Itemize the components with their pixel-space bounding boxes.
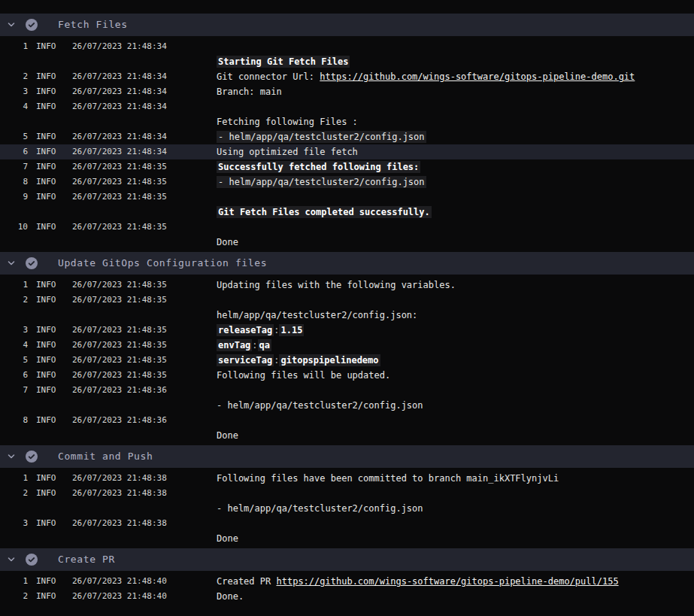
log-text: gitopspipelinedemo — [279, 354, 380, 366]
log-timestamp: 26/07/2023 21:48:38 — [64, 471, 217, 486]
log-line[interactable]: 3INFO26/07/2023 21:48:35releaseTag:1.15 — [0, 323, 694, 338]
log-text: Done — [217, 430, 238, 441]
success-check-icon — [26, 554, 38, 566]
log-level: INFO — [28, 99, 64, 114]
success-check-icon — [26, 451, 38, 463]
section-header-fetch-files[interactable]: Fetch Files — [0, 14, 694, 36]
log-message-row: Updating files with the following variab… — [217, 278, 694, 293]
line-number[interactable]: 4 — [0, 99, 28, 114]
log-message-row — [217, 99, 694, 114]
line-number[interactable]: 10 — [0, 220, 28, 235]
line-number[interactable]: 3 — [0, 84, 28, 99]
line-number[interactable]: 3 — [0, 516, 28, 531]
log-line[interactable]: 8INFO26/07/2023 21:48:36Done — [0, 413, 694, 443]
chevron-down-icon[interactable] — [7, 555, 16, 564]
log-text: Following files have been committed to b… — [217, 473, 559, 484]
log-level: INFO — [28, 278, 64, 293]
line-number[interactable]: 2 — [0, 589, 28, 604]
log-timestamp: 26/07/2023 21:48:35 — [64, 278, 217, 293]
line-number[interactable]: 2 — [0, 293, 28, 308]
log-line[interactable]: 6INFO26/07/2023 21:48:34Using optimized … — [0, 144, 694, 159]
log-message: Following files will be updated. — [217, 368, 694, 383]
line-number[interactable]: 2 — [0, 69, 28, 84]
line-number[interactable]: 8 — [0, 174, 28, 190]
line-number[interactable]: 1 — [0, 574, 28, 589]
log-timestamp: 26/07/2023 21:48:35 — [64, 220, 217, 235]
log-timestamp: 26/07/2023 21:48:35 — [64, 159, 217, 174]
log-line[interactable]: 10INFO26/07/2023 21:48:35Done — [0, 220, 694, 250]
section-header-commit-and-push[interactable]: Commit and Push — [0, 445, 694, 468]
section-title: Create PR — [58, 548, 115, 571]
log-message-row: - helm/app/qa/testcluster2/config.json — [217, 501, 694, 516]
log-text: Using optimized file fetch — [217, 147, 358, 157]
line-number[interactable]: 6 — [0, 368, 28, 383]
log-text: releaseTag — [217, 324, 274, 336]
log-line[interactable]: 8INFO26/07/2023 21:48:35- helm/app/qa/te… — [0, 174, 694, 190]
log-line[interactable]: 5INFO26/07/2023 21:48:35serviceTag:gitop… — [0, 353, 694, 368]
log-line[interactable]: 2INFO26/07/2023 21:48:38- helm/app/qa/te… — [0, 486, 694, 516]
log-message-row: Fetching following Files : — [217, 114, 694, 129]
chevron-down-icon[interactable] — [7, 259, 16, 268]
log-text: qa — [258, 339, 271, 351]
log-text: Branch: main — [217, 86, 282, 97]
log-message-row: Following files have been committed to b… — [217, 471, 694, 486]
log-message-row: Branch: main — [217, 84, 694, 99]
log-link[interactable]: https://github.com/wings-software/gitops… — [276, 576, 618, 587]
log-line[interactable]: 4INFO26/07/2023 21:48:35envTag:qa — [0, 338, 694, 353]
line-number[interactable]: 1 — [0, 278, 28, 293]
log-line[interactable]: 1INFO26/07/2023 21:48:34Starting Git Fet… — [0, 39, 694, 69]
line-number[interactable]: 1 — [0, 471, 28, 486]
line-number[interactable]: 2 — [0, 486, 28, 501]
log-line[interactable]: 2INFO26/07/2023 21:48:35helm/app/qa/test… — [0, 293, 694, 323]
log-line[interactable]: 9INFO26/07/2023 21:48:35Git Fetch Files … — [0, 190, 694, 220]
pipeline-log-page: { "colors": { "page_bg": "#0a0a0b", "sec… — [0, 0, 694, 616]
line-number[interactable]: 9 — [0, 190, 28, 205]
log-line[interactable]: 2INFO26/07/2023 21:48:40Done. — [0, 589, 694, 604]
log-text: helm/app/qa/testcluster2/config.json: — [217, 310, 417, 320]
line-number[interactable]: 3 — [0, 323, 28, 338]
log-level: INFO — [28, 159, 64, 174]
log-line[interactable]: 1INFO26/07/2023 21:48:35Updating files w… — [0, 278, 694, 293]
pipeline-log-console: Fetch Files1INFO26/07/2023 21:48:34Start… — [0, 14, 694, 606]
line-number[interactable]: 7 — [0, 383, 28, 398]
log-message: Updating files with the following variab… — [217, 278, 694, 293]
line-number[interactable]: 8 — [0, 413, 28, 428]
section-title: Update GitOps Configuration files — [58, 252, 267, 275]
line-number[interactable]: 1 — [0, 39, 28, 54]
log-message-row — [217, 39, 694, 54]
log-message-row: serviceTag:gitopspipelinedemo — [217, 353, 694, 368]
log-message: Done. — [217, 589, 694, 604]
log-timestamp: 26/07/2023 21:48:36 — [64, 413, 217, 428]
log-line[interactable]: 1INFO26/07/2023 21:48:40Created PR https… — [0, 574, 694, 589]
line-number[interactable]: 7 — [0, 159, 28, 174]
log-line[interactable]: 1INFO26/07/2023 21:48:38Following files … — [0, 471, 694, 486]
log-level: INFO — [28, 144, 64, 159]
log-timestamp: 26/07/2023 21:48:38 — [64, 486, 217, 501]
log-line[interactable]: 6INFO26/07/2023 21:48:35Following files … — [0, 368, 694, 383]
line-number[interactable]: 6 — [0, 144, 28, 159]
log-text: envTag — [217, 339, 252, 351]
log-line[interactable]: 7INFO26/07/2023 21:48:35Successfully fet… — [0, 159, 694, 174]
log-message-row: Done — [217, 235, 694, 250]
log-text: Successfully fetched following files: — [217, 161, 420, 173]
log-line[interactable]: 2INFO26/07/2023 21:48:34Git connector Ur… — [0, 69, 694, 84]
log-line[interactable]: 5INFO26/07/2023 21:48:34- helm/app/qa/te… — [0, 129, 694, 144]
chevron-down-icon[interactable] — [7, 452, 16, 461]
line-number[interactable]: 4 — [0, 338, 28, 353]
log-message-row: Following files will be updated. — [217, 368, 694, 383]
section-header-update-gitops-configuration-files[interactable]: Update GitOps Configuration files — [0, 252, 694, 275]
log-line[interactable]: 4INFO26/07/2023 21:48:34Fetching followi… — [0, 99, 694, 129]
log-link[interactable]: https://github.com/wings-software/gitops… — [320, 71, 635, 82]
log-message-row: Git Fetch Files completed successfully. — [217, 205, 694, 220]
log-message: Starting Git Fetch Files — [217, 39, 694, 69]
log-line[interactable]: 3INFO26/07/2023 21:48:34Branch: main — [0, 84, 694, 99]
log-message: helm/app/qa/testcluster2/config.json: — [217, 293, 694, 323]
line-number[interactable]: 5 — [0, 129, 28, 144]
log-line[interactable]: 3INFO26/07/2023 21:48:38Done — [0, 516, 694, 546]
chevron-down-icon[interactable] — [7, 20, 16, 29]
line-number[interactable]: 5 — [0, 353, 28, 368]
log-message: Done — [217, 413, 694, 443]
log-line[interactable]: 7INFO26/07/2023 21:48:36- helm/app/qa/te… — [0, 383, 694, 413]
log-message: Using optimized file fetch — [217, 144, 694, 159]
section-header-create-pr[interactable]: Create PR — [0, 548, 694, 571]
